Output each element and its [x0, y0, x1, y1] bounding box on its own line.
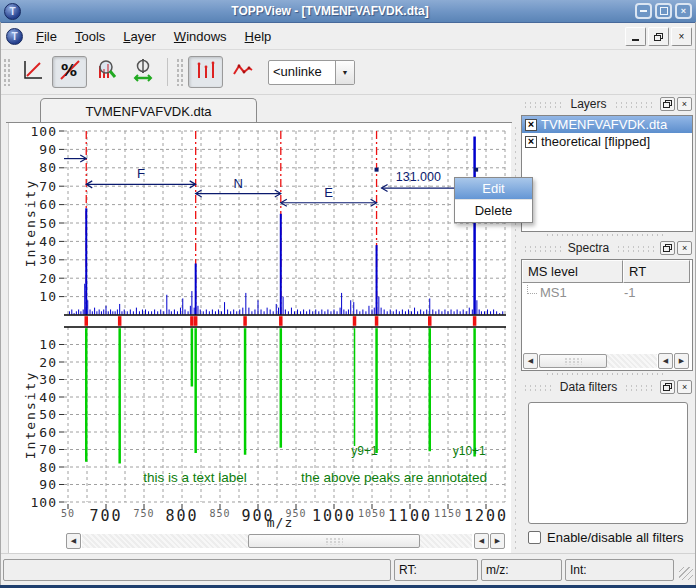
mdi-restore-icon[interactable] [648, 27, 669, 46]
layer-item[interactable]: ×theoretical [flipped] [522, 133, 692, 150]
close-panel-icon[interactable]: × [677, 97, 692, 111]
layers-list[interactable]: ×TVMENFVAFVDK.dta×theoretical [flipped] [521, 115, 693, 232]
spectra-column-header[interactable]: RT [623, 260, 690, 283]
axis-text: 50 [61, 508, 75, 519]
layer-visibility-checkbox[interactable]: × [525, 136, 537, 148]
layer-item[interactable]: ×TVMENFVAFVDK.dta [522, 116, 692, 133]
float-panel-icon[interactable] [660, 97, 675, 111]
axis-text: 70 [39, 179, 57, 194]
spectra-panel-header[interactable]: Spectra × [519, 239, 695, 257]
context-menu-item-edit[interactable]: Edit [455, 178, 532, 199]
axis-text: N [234, 176, 243, 191]
toppview-window: T TOPPView - [TVMENFVAFVDK.dta] × T File… [0, 0, 696, 588]
reset-zoom-button[interactable] [15, 56, 50, 88]
axis-text: 131.000 [396, 170, 441, 184]
dock-texture [616, 244, 654, 253]
plot-horizontal-scrollbar[interactable]: ◀ ◀ ▶ [66, 533, 506, 550]
axis-text: F [137, 166, 145, 181]
layers-panel-title: Layers [567, 97, 609, 111]
scroll-track[interactable] [82, 534, 472, 548]
spectrum-plot[interactable]: 1009080706050403020101020304050607080901… [9, 123, 511, 531]
scroll-left-icon-2[interactable]: ◀ [474, 533, 489, 549]
spectrum-canvas[interactable]: 1009080706050403020101020304050607080901… [8, 123, 511, 553]
zoom-button[interactable] [89, 56, 124, 88]
axis-text: 750 [133, 508, 154, 519]
percent-intensity-button[interactable]: % [52, 56, 87, 88]
mdi-minimize-icon[interactable] [625, 27, 646, 46]
spectra-column-header[interactable]: MS level [522, 260, 623, 283]
dock-texture [614, 100, 654, 109]
menu-items: FileToolsLayerWindowsHelp [27, 26, 280, 47]
spectra-ms-level: MS1 [540, 285, 624, 300]
axis-text: 60 [39, 197, 57, 212]
scroll-thumb[interactable] [248, 534, 420, 548]
spectra-table[interactable]: MS levelRT MS1-1 ◀ ◀ ▶ [521, 259, 693, 371]
maximize-icon[interactable] [655, 3, 672, 19]
scroll-track[interactable] [539, 354, 657, 368]
layer-label: theoretical [flipped] [541, 134, 650, 149]
peak-mode-icon [194, 58, 218, 86]
layer-visibility-checkbox[interactable]: × [525, 119, 537, 131]
data-filters-panel-header[interactable]: Data filters × [519, 378, 695, 396]
axis-text: m/z [267, 515, 293, 530]
horizontal-splitter-2[interactable] [545, 371, 665, 377]
axis-text: 100 [31, 124, 57, 139]
menubar-app-icon: T [6, 28, 23, 45]
link-combo-value: <unlinke [269, 61, 335, 84]
menu-item-file[interactable]: File [27, 26, 66, 47]
measure-button[interactable] [126, 56, 161, 88]
spectra-rt: -1 [624, 285, 636, 300]
axis-text: this is a text label [143, 470, 247, 485]
menu-item-layer[interactable]: Layer [114, 26, 165, 47]
float-panel-icon[interactable] [660, 241, 675, 255]
tab-spectrum[interactable]: TVMENFVAFVDK.dta [40, 98, 257, 123]
link-combo[interactable]: <unlinke ▼ [268, 60, 355, 85]
axis-text: 20 [39, 355, 57, 370]
axis-text: the above peaks are annotated [301, 470, 487, 485]
window-border-left [0, 22, 1, 585]
title-bar[interactable]: T TOPPView - [TVMENFVAFVDK.dta] × [0, 0, 696, 23]
toolbar: % <unlinke [0, 50, 696, 95]
peak-mode-button[interactable] [188, 56, 223, 88]
horizontal-splitter-1[interactable] [545, 232, 665, 238]
axis-text: 30 [39, 252, 57, 267]
scroll-thumb[interactable] [539, 354, 607, 368]
scroll-right-icon[interactable]: ▶ [674, 353, 689, 369]
menu-item-help[interactable]: Help [236, 26, 281, 47]
enable-filters-checkbox[interactable] [528, 531, 541, 544]
spectra-row[interactable]: MS1-1 [522, 283, 692, 301]
axis-text: 80 [39, 460, 57, 475]
close-icon[interactable]: × [675, 3, 692, 19]
mdi-close-icon[interactable]: × [671, 27, 692, 46]
layers-panel-header[interactable]: Layers × [519, 95, 695, 113]
resize-grip[interactable] [679, 567, 693, 580]
close-panel-icon[interactable]: × [677, 241, 692, 255]
scroll-left-icon-2[interactable]: ◀ [658, 353, 673, 369]
scroll-left-icon[interactable]: ◀ [66, 533, 81, 549]
minimize-icon[interactable] [635, 3, 652, 19]
data-filters-list[interactable] [528, 402, 688, 524]
spectra-table-header[interactable]: MS levelRT [522, 260, 692, 283]
dock-texture [523, 100, 563, 109]
context-menu-item-delete[interactable]: Delete [455, 199, 532, 221]
chevron-down-icon[interactable]: ▼ [335, 61, 354, 84]
scroll-right-icon[interactable]: ▶ [490, 533, 505, 549]
toolbar-drag-handle-2[interactable] [176, 58, 183, 86]
axis-text: 40 [39, 390, 57, 405]
close-panel-icon[interactable]: × [677, 380, 692, 394]
axis-text: 10 [39, 337, 57, 352]
scroll-left-icon[interactable]: ◀ [523, 353, 538, 369]
data-filters-panel-title: Data filters [557, 380, 620, 394]
axis-text: 90 [39, 477, 57, 492]
axis-text: 850 [209, 508, 230, 519]
raw-line-mode-button[interactable] [225, 56, 260, 88]
reset-zoom-icon [21, 58, 45, 86]
menu-item-windows[interactable]: Windows [165, 26, 236, 47]
spectra-scrollbar[interactable]: ◀ ◀ ▶ [523, 353, 689, 370]
axis-text: 90 [39, 142, 57, 157]
float-panel-icon[interactable] [660, 380, 675, 394]
toolbar-drag-handle[interactable] [3, 58, 10, 86]
menu-bar: T FileToolsLayerWindowsHelp × [0, 23, 696, 50]
tab-bar: TVMENFVAFVDK.dta [6, 96, 512, 123]
menu-item-tools[interactable]: Tools [66, 26, 114, 47]
